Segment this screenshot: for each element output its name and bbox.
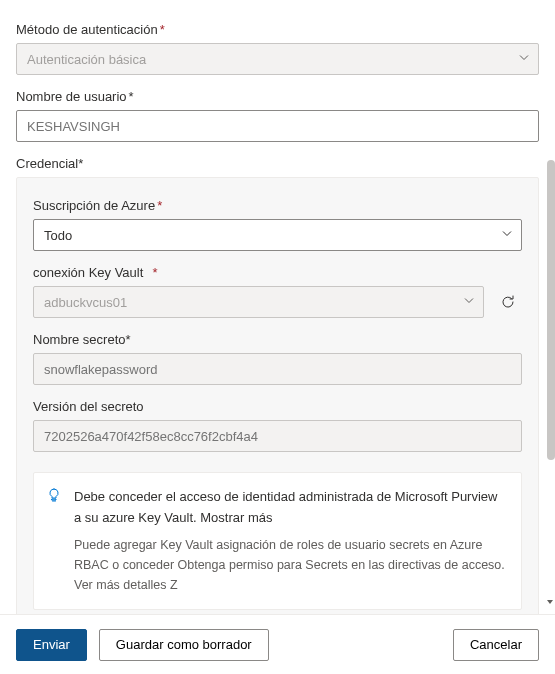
auth-method-value: Autenticación básica — [27, 52, 146, 67]
subscription-value: Todo — [44, 228, 72, 243]
chevron-down-icon — [501, 228, 513, 243]
lightbulb-icon — [46, 487, 62, 510]
submit-button[interactable]: Enviar — [16, 629, 87, 661]
username-input-wrap — [16, 110, 539, 142]
secretname-input[interactable] — [44, 362, 491, 377]
secretname-label: Nombre secreto* — [33, 332, 522, 347]
scrollbar-thumb[interactable] — [547, 160, 555, 460]
refresh-button[interactable] — [494, 288, 522, 316]
info-callout: Debe conceder el acceso de identidad adm… — [33, 472, 522, 610]
refresh-icon — [500, 294, 516, 310]
auth-method-label: Método de autenticación* — [16, 22, 539, 37]
auth-method-select[interactable]: Autenticación básica — [16, 43, 539, 75]
info-line2: Puede agregar Key Vault asignación de ro… — [74, 535, 505, 595]
secretversion-input[interactable] — [44, 429, 491, 444]
dialog-footer: Enviar Guardar como borrador Cancelar — [0, 614, 555, 674]
keyvault-select[interactable]: adbuckvcus01 — [33, 286, 484, 318]
secretversion-label: Versión del secreto — [33, 399, 522, 414]
secretname-input-wrap — [33, 353, 522, 385]
credential-panel: Suscripción de Azure* Todo conexión Key … — [16, 177, 539, 614]
username-input[interactable] — [27, 119, 508, 134]
subscription-label: Suscripción de Azure* — [33, 198, 522, 213]
scrollbar-down-icon[interactable] — [545, 595, 555, 610]
username-label: Nombre de usuario* — [16, 89, 539, 104]
info-line1: Debe conceder el acceso de identidad adm… — [74, 487, 505, 529]
subscription-select[interactable]: Todo — [33, 219, 522, 251]
keyvault-label: conexión Key Vault * — [33, 265, 522, 280]
chevron-down-icon — [463, 295, 475, 310]
credential-label: Credencial* — [16, 156, 539, 171]
save-draft-button[interactable]: Guardar como borrador — [99, 629, 269, 661]
keyvault-value: adbuckvcus01 — [44, 295, 127, 310]
show-more-link[interactable]: Mostrar más — [200, 510, 272, 525]
chevron-down-icon — [518, 52, 530, 67]
secretversion-input-wrap — [33, 420, 522, 452]
cancel-button[interactable]: Cancelar — [453, 629, 539, 661]
form-scroll-area[interactable]: Método de autenticación* Autenticación b… — [0, 0, 555, 614]
